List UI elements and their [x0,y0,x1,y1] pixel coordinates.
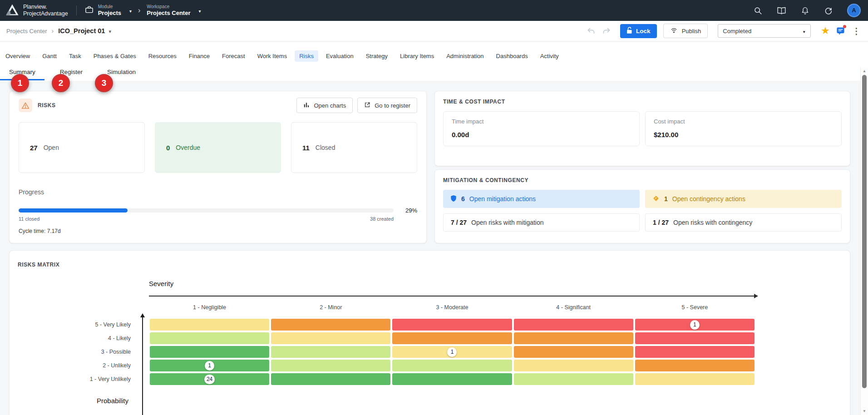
risks-with-mitigation-count: 7 / 27 [451,219,467,226]
tab-overview[interactable]: Overview [1,50,35,62]
notifications-bell-icon[interactable] [801,6,809,15]
chevron-down-icon[interactable] [108,27,111,35]
tab-gantt[interactable]: Gantt [38,50,61,62]
progress-bar-fill [19,208,128,212]
matrix-cell-p3-s4[interactable] [514,346,633,358]
tab-evaluation[interactable]: Evaluation [321,50,358,62]
search-icon[interactable] [754,6,762,15]
brand-line1: Planview. [23,4,68,10]
matrix-cell-p5-s3[interactable] [392,319,512,331]
matrix-cell-p3-s1[interactable] [150,346,269,358]
publish-button[interactable]: Publish [663,24,708,38]
severity-col-4-significant: 4 - Significant [514,304,633,311]
tab-library-items[interactable]: Library Items [395,50,439,62]
matrix-cell-p4-s1[interactable] [150,332,269,344]
matrix-cell-p2-s4[interactable] [514,360,633,371]
lock-button[interactable]: Lock [620,24,657,38]
favorite-star-icon[interactable] [821,25,830,37]
matrix-cell-p1-s3[interactable] [392,373,512,385]
open-charts-label: Open charts [314,102,346,109]
redo-icon[interactable] [602,27,611,35]
matrix-cell-p4-s5[interactable] [635,332,755,344]
open-risks-with-mitigation[interactable]: 7 / 27 Open risks with mitigation [443,213,640,232]
matrix-cell-count: 1 [690,320,700,330]
status-select[interactable]: Completed [718,24,811,38]
scroll-up-arrow-icon[interactable] [861,69,868,73]
tab-strategy[interactable]: Strategy [361,50,392,62]
open-mitigation-actions[interactable]: 6 Open mitigation actions [443,190,640,208]
open-contingency-actions[interactable]: 1 Open contingency actions [645,190,842,208]
annotation-badge-2[interactable]: 2 [52,74,70,92]
module-switcher[interactable]: Module Projects [85,4,132,17]
matrix-cell-p4-s3[interactable] [392,332,512,344]
matrix-cell-p1-s2[interactable] [271,373,390,385]
risks-matrix-grid: 11124 [150,319,755,385]
matrix-cell-p3-s5[interactable] [635,346,755,358]
probability-row-3-possible: 3 - Possible [10,346,131,358]
topbar-divider [76,5,77,15]
mitigation-card-title: MITIGATION & CONTINGENCY [443,177,842,183]
scrollbar-thumb[interactable] [862,75,867,388]
open-risks-with-contingency[interactable]: 1 / 27 Open risks with contingency [645,213,842,232]
tab-work-items[interactable]: Work Items [253,50,292,62]
annotation-badge-1[interactable]: 1 [11,74,29,92]
undo-icon[interactable] [587,27,596,35]
risks-summary-card: RISKS Open charts Go to register 27 Open… [9,91,427,243]
tab-finance[interactable]: Finance [184,50,214,62]
planview-logo-icon [5,4,19,18]
risks-with-contingency-count: 1 / 27 [653,219,669,226]
time-cost-card-title: TIME & COST IMPACT [443,99,842,105]
matrix-cell-p3-s2[interactable] [271,346,390,358]
matrix-cell-p2-s5[interactable] [635,360,755,371]
workspace-label: Workspace [147,4,190,10]
tab-phases-gates[interactable]: Phases & Gates [89,50,141,62]
mitigation-actions-label: Open mitigation actions [469,195,536,203]
matrix-cell-p5-s2[interactable] [271,319,390,331]
scroll-down-arrow-icon[interactable] [861,409,868,413]
annotation-badge-3[interactable]: 3 [95,74,113,92]
matrix-cell-p1-s4[interactable] [514,373,633,385]
tab-risks[interactable]: Risks [295,50,318,62]
tab-resources[interactable]: Resources [144,50,181,62]
documentation-book-icon[interactable] [777,6,786,15]
matrix-cell-p4-s2[interactable] [271,332,390,344]
kebab-menu-icon[interactable] [851,26,862,36]
matrix-cell-p1-s5[interactable] [635,373,755,385]
tab-forecast[interactable]: Forecast [217,50,250,62]
tab-administration[interactable]: Administration [442,50,488,62]
tab-dashboards[interactable]: Dashboards [492,50,533,62]
time-impact-value: 0.00d [452,131,631,138]
overdue-risks-stat[interactable]: 0 Overdue [155,122,281,173]
open-charts-button[interactable]: Open charts [296,98,353,113]
probability-row-4-likely: 4 - Likely [10,332,131,344]
workspace-switcher[interactable]: Workspace Projects Center [147,4,201,17]
go-to-register-label: Go to register [375,102,410,109]
page-title: ICO_Project 01 [58,27,105,35]
open-risks-stat[interactable]: 27 Open [19,122,145,173]
closed-risks-stat[interactable]: 11 Closed [291,122,417,173]
refresh-icon[interactable] [824,6,833,15]
probability-row-2-unlikely: 2 - Unlikely [10,360,131,371]
closed-risks-label: Closed [316,144,335,151]
avatar[interactable]: A [847,4,861,17]
matrix-cell-p5-s5[interactable]: 1 [635,319,755,331]
matrix-cell-p2-s3[interactable] [392,360,512,371]
tab-task[interactable]: Task [64,50,86,62]
matrix-cell-p3-s3[interactable]: 1 [392,346,512,358]
cost-impact-label: Cost impact [654,118,833,125]
comments-icon[interactable] [836,26,845,35]
tab-activity[interactable]: Activity [536,50,563,62]
breadcrumb-root-link[interactable]: Projects Center [6,28,47,35]
matrix-cell-p1-s1[interactable]: 24 [150,373,269,385]
matrix-cell-p5-s1[interactable] [150,319,269,331]
risks-with-mitigation-label: Open risks with mitigation [471,219,544,226]
matrix-cell-p5-s4[interactable] [514,319,633,331]
open-risks-count: 27 [30,144,38,152]
go-to-register-button[interactable]: Go to register [357,98,417,113]
vertical-scrollbar[interactable] [860,67,868,415]
matrix-cell-p2-s1[interactable]: 1 [150,360,269,371]
matrix-cell-p2-s2[interactable] [271,360,390,371]
planview-logo[interactable]: Planview. ProjectAdvantage [5,4,68,18]
matrix-cell-count: 24 [204,375,215,384]
matrix-cell-p4-s4[interactable] [514,332,633,344]
